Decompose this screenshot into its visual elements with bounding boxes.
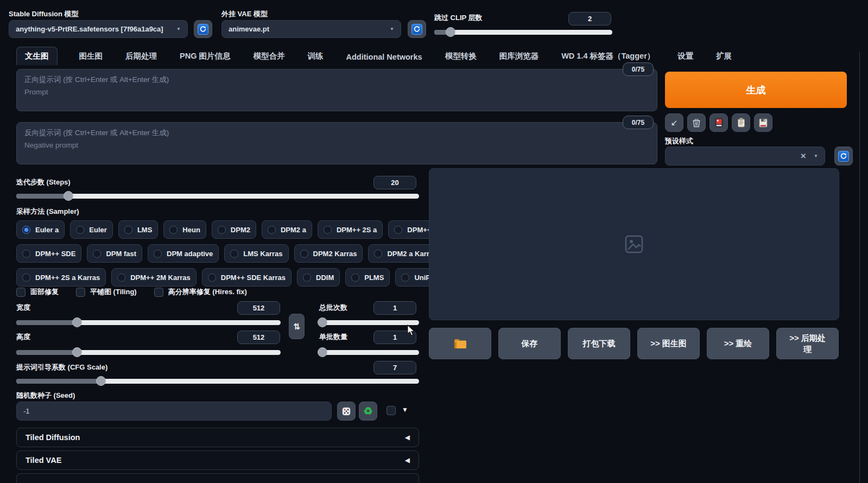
sampler-row-2: DPM++ SDE DPM fast DPM adaptive LMS Karr… bbox=[16, 244, 419, 263]
styles-select[interactable]: ✕ ▼ bbox=[665, 147, 825, 166]
steps-slider[interactable] bbox=[16, 191, 419, 201]
sampler-option[interactable]: LMS Karras bbox=[224, 244, 288, 263]
radio-icon bbox=[218, 226, 226, 234]
output-gallery[interactable] bbox=[429, 168, 839, 320]
sampler-option[interactable]: LMS bbox=[118, 220, 158, 239]
tiling-checkbox[interactable]: 平铺图 (Tiling) bbox=[76, 287, 137, 297]
tab-checkpoint-merger[interactable]: 模型合并 bbox=[252, 47, 286, 65]
send-to-img2img-button[interactable]: >> 图生图 bbox=[637, 328, 700, 359]
reuse-seed-button[interactable]: ♻ bbox=[359, 402, 377, 421]
save-button[interactable]: 保存 bbox=[498, 328, 561, 359]
zip-download-button[interactable]: 打包下载 bbox=[568, 328, 630, 359]
sampler-option[interactable]: DPM++ 2M Karras bbox=[111, 268, 197, 287]
styles-label: 预设样式 bbox=[665, 136, 693, 146]
save-style-button[interactable] bbox=[754, 113, 772, 132]
tab-extras[interactable]: 后期处理 bbox=[124, 47, 158, 65]
sampler-option[interactable]: DPM2 a bbox=[262, 220, 312, 239]
sampler-option[interactable]: DPM2 bbox=[212, 220, 256, 239]
hires-fix-checkbox[interactable]: 高分辨率修复 (Hires. fix) bbox=[154, 287, 247, 297]
batch-count-slider[interactable] bbox=[319, 317, 419, 327]
floppy-icon bbox=[759, 118, 768, 128]
generate-button[interactable]: 生成 bbox=[665, 72, 847, 108]
batch-size-slider[interactable] bbox=[319, 347, 419, 357]
radio-icon bbox=[324, 226, 332, 234]
radio-icon bbox=[374, 250, 382, 258]
tab-img2img[interactable]: 图生图 bbox=[78, 47, 104, 65]
swap-dimensions-button[interactable]: ⇅ bbox=[289, 314, 305, 339]
sd-model-select[interactable]: anything-v5-PrtRE.safetensors [7f96a1a9c… bbox=[9, 20, 188, 38]
checkbox-icon bbox=[16, 288, 26, 297]
width-slider[interactable] bbox=[16, 317, 281, 327]
extra-networks-button[interactable] bbox=[709, 113, 728, 132]
restore-faces-checkbox[interactable]: 面部修复 bbox=[16, 287, 59, 297]
sampler-option[interactable]: Heun bbox=[163, 220, 206, 239]
send-to-extras-button[interactable]: >> 后期处理 bbox=[776, 328, 839, 359]
vae-select[interactable]: animevae.pt ▼ bbox=[221, 20, 401, 38]
vae-refresh-button[interactable] bbox=[408, 20, 426, 38]
folder-icon bbox=[454, 339, 467, 349]
width-value[interactable]: 512 bbox=[237, 301, 280, 315]
negative-prompt-placeholder: 反向提示词 (按 Ctrl+Enter 或 Alt+Enter 生成) bbox=[24, 128, 649, 138]
gallery-actions: 保存 打包下载 >> 图生图 >> 重绘 >> 后期处理 bbox=[429, 328, 839, 359]
sampler-option[interactable]: DPM adaptive bbox=[148, 244, 219, 263]
styles-refresh-button[interactable] bbox=[834, 147, 853, 166]
radio-icon bbox=[76, 226, 84, 234]
clip-skip-value[interactable]: 2 bbox=[568, 12, 611, 26]
batch-count-value[interactable]: 1 bbox=[373, 301, 416, 315]
cfg-slider[interactable] bbox=[16, 376, 419, 386]
random-seed-button[interactable] bbox=[337, 402, 356, 421]
tab-additional-networks[interactable]: Additional Networks bbox=[345, 49, 423, 65]
checkbox-icon bbox=[154, 288, 163, 297]
sampler-option[interactable]: Euler a bbox=[16, 220, 65, 239]
seed-extra-caret-icon[interactable]: ▼ bbox=[402, 406, 408, 414]
tiled-diffusion-accordion[interactable]: Tiled Diffusion ◀ bbox=[16, 428, 419, 447]
vae-label: 外挂 VAE 模型 bbox=[221, 9, 268, 19]
chevron-down-icon: ▼ bbox=[814, 154, 818, 158]
sd-model-refresh-button[interactable] bbox=[194, 20, 212, 38]
paste-params-button[interactable]: ↙ bbox=[665, 113, 683, 132]
tab-image-browser[interactable]: 图库浏览器 bbox=[498, 47, 540, 65]
sampler-row-3: DPM++ 2S a Karras DPM++ 2M Karras DPM++ … bbox=[16, 268, 419, 287]
height-value[interactable]: 512 bbox=[237, 331, 280, 344]
radio-icon bbox=[169, 226, 178, 234]
clip-skip-slider[interactable] bbox=[434, 27, 612, 37]
sampler-option[interactable]: DPM++ 2S a Karras bbox=[16, 268, 106, 287]
tab-txt2img[interactable]: 文生图 bbox=[16, 47, 58, 65]
scrollbar[interactable] bbox=[859, 52, 860, 483]
sampler-option[interactable]: DPM fast bbox=[87, 244, 142, 263]
seed-value: -1 bbox=[23, 407, 30, 415]
send-to-inpaint-button[interactable]: >> 重绘 bbox=[707, 328, 769, 359]
sampler-option[interactable]: DPM2 Karras bbox=[294, 244, 363, 263]
sampler-option[interactable]: Euler bbox=[70, 220, 113, 239]
cfg-value[interactable]: 7 bbox=[373, 361, 416, 374]
sampler-option[interactable]: DPM++ 2S a bbox=[318, 220, 383, 239]
tab-settings[interactable]: 设置 bbox=[676, 47, 694, 65]
clear-prompt-button[interactable] bbox=[687, 113, 706, 132]
tab-train[interactable]: 训练 bbox=[306, 47, 324, 65]
seed-extra-checkbox[interactable] bbox=[387, 406, 396, 415]
sampler-option[interactable]: DPM++ SDE bbox=[16, 244, 81, 263]
prompt-input[interactable]: 正向提示词 (按 Ctrl+Enter 或 Alt+Enter 生成) Prom… bbox=[16, 69, 657, 111]
next-accordion-partial[interactable] bbox=[16, 473, 419, 483]
sampler-option[interactable]: DDIM bbox=[297, 268, 340, 287]
tab-png-info[interactable]: PNG 图片信息 bbox=[179, 47, 231, 65]
apply-style-button[interactable] bbox=[732, 113, 750, 132]
width-label: 宽度 bbox=[16, 303, 30, 313]
stable-diffusion-webui: Stable Diffusion 模型 anything-v5-PrtRE.sa… bbox=[0, 0, 868, 483]
sampler-option[interactable]: DPM++ SDE Karras bbox=[202, 268, 292, 287]
tab-extensions[interactable]: 扩展 bbox=[715, 47, 733, 65]
tiled-vae-accordion[interactable]: Tiled VAE ◀ bbox=[16, 450, 419, 470]
sampler-option[interactable]: PLMS bbox=[345, 268, 390, 287]
seed-input[interactable]: -1 bbox=[16, 402, 332, 421]
tab-model-convert[interactable]: 模型转换 bbox=[444, 47, 478, 65]
prompt-token-counter: 0/75 bbox=[623, 62, 654, 76]
open-folder-button[interactable] bbox=[429, 328, 491, 359]
radio-icon bbox=[117, 274, 125, 282]
radio-icon bbox=[394, 226, 402, 234]
swap-icon: ⇅ bbox=[293, 322, 300, 332]
height-slider[interactable] bbox=[16, 347, 281, 357]
steps-value[interactable]: 20 bbox=[373, 176, 416, 189]
arrow-down-left-icon: ↙ bbox=[671, 118, 678, 128]
negative-prompt-input[interactable]: 反向提示词 (按 Ctrl+Enter 或 Alt+Enter 生成) Nega… bbox=[16, 122, 657, 164]
clear-icon[interactable]: ✕ bbox=[800, 152, 806, 160]
